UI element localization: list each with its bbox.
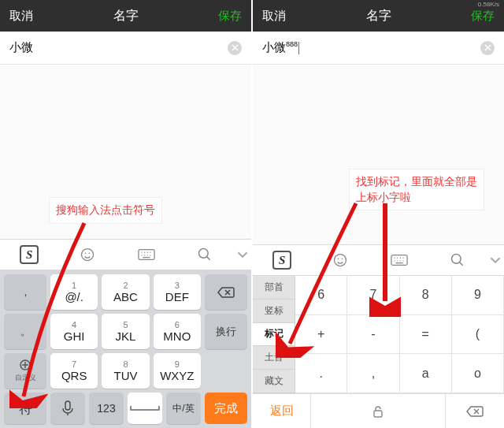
sym-equals[interactable]: = — [400, 315, 452, 355]
sym-dot[interactable]: . — [295, 354, 347, 393]
keyboard-icon[interactable] — [370, 254, 428, 266]
return-key[interactable]: 返回 — [253, 394, 311, 428]
keyboard-toolbar: S — [253, 244, 504, 276]
annotation-left: 搜狗输入法点击符号 — [49, 197, 162, 224]
svg-point-1 — [85, 253, 87, 255]
sym-8[interactable]: 8 — [400, 276, 452, 315]
content-area: 搜狗输入法点击符号 — [0, 65, 251, 239]
sym-6[interactable]: 6 — [295, 276, 347, 315]
sym-7[interactable]: 7 — [347, 276, 399, 315]
sym-9[interactable]: 9 — [452, 276, 504, 315]
svg-point-7 — [335, 255, 346, 266]
clear-icon[interactable] — [480, 41, 495, 55]
header: 取消 名字 保存 — [0, 0, 251, 32]
name-input-row[interactable]: 小微 — [0, 32, 251, 65]
side-key-comma[interactable]: ， — [4, 274, 46, 310]
cat-tibetan[interactable]: 藏文 — [253, 370, 295, 393]
chevron-down-icon[interactable] — [487, 255, 504, 266]
sym-a[interactable]: a — [400, 354, 452, 393]
space-key[interactable] — [128, 393, 162, 424]
annotation-right: 找到标记，里面就全部是上标小字啦 — [349, 169, 484, 210]
done-key[interactable]: 完成 — [205, 393, 247, 424]
cat-mark[interactable]: 标记 — [253, 323, 295, 347]
header: 0.58K/s 取消 名字 保存 — [253, 0, 504, 32]
keyboard-t9: ， 1@/. 2ABC 3DEF 。 4GHI 5JKL 6MNO 换行 自定义… — [0, 270, 251, 393]
sym-minus[interactable]: - — [347, 315, 399, 355]
backspace-key[interactable] — [446, 394, 504, 428]
key-2[interactable]: 2ABC — [102, 274, 149, 310]
backspace-key[interactable] — [205, 274, 247, 310]
key-4[interactable]: 4GHI — [50, 314, 98, 349]
keyboard-toolbar: S — [0, 239, 251, 270]
sym-plus[interactable]: + — [295, 315, 347, 355]
clear-icon[interactable] — [228, 41, 242, 55]
sym-comma[interactable]: , — [347, 354, 399, 393]
sym-o[interactable]: o — [452, 354, 504, 393]
symbol-bottom-row: 返回 — [253, 393, 504, 428]
key-9[interactable]: 9WXYZ — [154, 353, 201, 389]
content-area: 找到标记，里面就全部是上标小字啦 — [253, 65, 504, 244]
key-3[interactable]: 3DEF — [154, 274, 201, 310]
svg-rect-6 — [65, 401, 70, 410]
side-key-period[interactable]: 。 — [4, 314, 46, 349]
keyboard-icon[interactable] — [117, 248, 176, 261]
svg-point-9 — [342, 259, 343, 260]
name-input-row[interactable]: 小微888 — [253, 32, 504, 65]
save-button[interactable]: 保存 — [471, 9, 495, 24]
lock-key[interactable] — [311, 394, 446, 428]
svg-point-11 — [451, 255, 461, 264]
key-7[interactable]: 7QRS — [50, 353, 98, 389]
svg-rect-10 — [391, 255, 407, 266]
symbol-keyboard: 部首 竖标 标记 土音 藏文 6 7 8 9 + - = ( . , a o — [253, 276, 504, 428]
voice-key[interactable] — [50, 393, 85, 424]
key-6[interactable]: 6MNO — [154, 314, 201, 349]
symbol-grid: 6 7 8 9 + - = ( . , a o — [295, 276, 504, 393]
name-input-value: 小微888 — [262, 40, 480, 55]
search-icon[interactable] — [428, 252, 487, 268]
key-1[interactable]: 1@/. — [50, 274, 98, 310]
svg-rect-3 — [139, 250, 154, 260]
newline-key[interactable]: 换行 — [205, 314, 247, 349]
chevron-down-icon[interactable] — [234, 249, 251, 260]
emoji-icon[interactable] — [58, 247, 117, 262]
search-icon[interactable] — [176, 247, 234, 262]
lang-key[interactable]: 中/英 — [166, 393, 201, 424]
number-key[interactable]: 123 — [89, 393, 124, 424]
page-title: 名字 — [253, 8, 504, 24]
net-speed: 0.58K/s — [478, 1, 499, 8]
symbol-key[interactable]: 符 — [4, 393, 46, 424]
left-screen: 取消 名字 保存 小微 搜狗输入法点击符号 S ， 1@/. 2ABC 3DEF — [0, 0, 251, 428]
sogou-logo-icon[interactable]: S — [253, 251, 311, 270]
svg-point-0 — [82, 249, 94, 261]
cancel-button[interactable]: 取消 — [262, 9, 286, 24]
symbol-categories: 部首 竖标 标记 土音 藏文 — [253, 276, 295, 393]
emoji-icon[interactable] — [311, 252, 369, 268]
svg-point-2 — [89, 253, 91, 255]
sogou-logo-icon[interactable]: S — [0, 245, 58, 264]
key-8[interactable]: 8TUV — [102, 353, 149, 389]
name-input-value: 小微 — [9, 40, 228, 55]
sym-paren[interactable]: ( — [452, 315, 504, 355]
svg-point-8 — [338, 259, 339, 260]
cat-radical[interactable]: 部首 — [253, 276, 295, 300]
page-title: 名字 — [0, 8, 251, 24]
cat-tuyin[interactable]: 土音 — [253, 346, 295, 370]
svg-point-4 — [198, 249, 208, 259]
right-screen: 0.58K/s 取消 名字 保存 小微888 找到标记，里面就全部是上标小字啦 … — [253, 0, 504, 428]
save-button[interactable]: 保存 — [218, 9, 242, 24]
key-5[interactable]: 5JKL — [102, 314, 149, 349]
side-key-custom[interactable]: 自定义 — [4, 353, 46, 389]
cat-vertical[interactable]: 竖标 — [253, 300, 295, 323]
svg-rect-12 — [374, 411, 382, 417]
keyboard-bottom-row: 符 123 中/英 完成 — [0, 393, 251, 428]
cancel-button[interactable]: 取消 — [9, 9, 33, 24]
